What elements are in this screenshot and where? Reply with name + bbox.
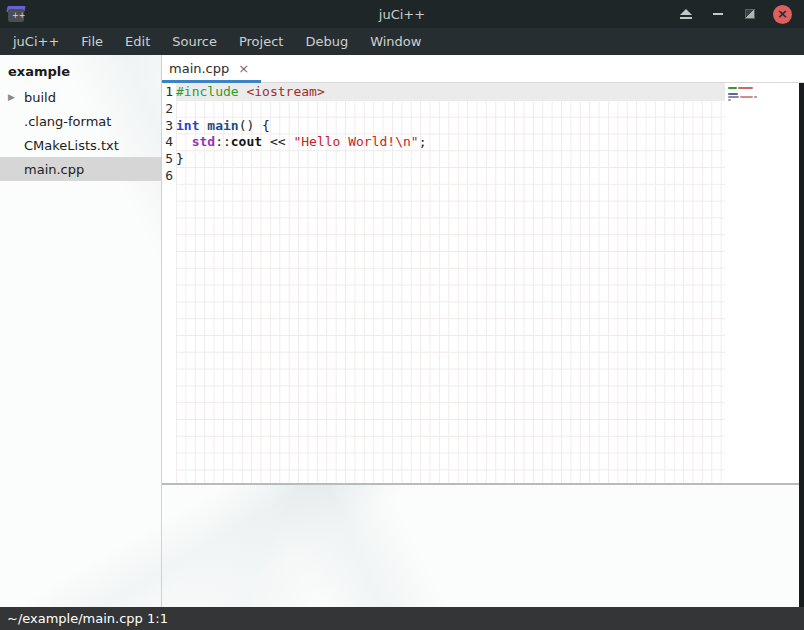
shade-button[interactable]: [677, 5, 695, 23]
code-line: [176, 168, 725, 185]
minimap-row: [728, 93, 804, 95]
minimap-segment: [728, 87, 737, 89]
minimap-segment: [728, 93, 738, 95]
minimap-segment: [740, 96, 753, 98]
menu-item-debug[interactable]: Debug: [294, 29, 359, 54]
tree-item--clang-format[interactable]: .clang-format: [0, 109, 161, 133]
tree-item-cmakelists-txt[interactable]: CMakeLists.txt: [0, 133, 161, 157]
minimap-row: [728, 90, 804, 92]
minimap-row: [728, 87, 804, 89]
editor-pane: main.cpp× 123456 #include <iostream> int…: [162, 55, 804, 607]
menu-item-file[interactable]: File: [70, 29, 114, 54]
tabbar: main.cpp×: [162, 55, 804, 83]
status-file-position: ~/example/main.cpp 1:1: [7, 611, 168, 626]
token-var: cout: [231, 134, 262, 149]
menu-item-window[interactable]: Window: [359, 29, 432, 54]
token-func: main: [207, 118, 238, 133]
expander-icon[interactable]: ▶: [8, 92, 24, 102]
tab-label: main.cpp: [169, 61, 229, 76]
token-header: <iostream>: [246, 84, 324, 99]
line-number-gutter: 123456: [162, 83, 176, 483]
token-plain: [176, 134, 192, 149]
line-number: 3: [162, 118, 173, 135]
tree-items: ▶build.clang-formatCMakeLists.txtmain.cp…: [0, 85, 161, 181]
code-line: std::cout << "Hello World!\n";: [176, 134, 725, 151]
minimize-button[interactable]: [709, 5, 727, 23]
close-icon: ×: [777, 7, 788, 20]
minimap-row: [728, 99, 804, 101]
token-plain: }: [176, 151, 184, 166]
menu-item-project[interactable]: Project: [228, 29, 294, 54]
minimap-segment: [738, 87, 753, 89]
maximize-icon: [745, 9, 755, 19]
token-keyword: int: [176, 118, 199, 133]
code-line: [176, 101, 725, 118]
tree-item-label: .clang-format: [24, 114, 111, 129]
output-panel[interactable]: [162, 485, 804, 607]
token-plain: () {: [239, 118, 270, 133]
menu-item-edit[interactable]: Edit: [114, 29, 161, 54]
token-string: "Hello World!\n": [293, 134, 418, 149]
tree-item-label: CMakeLists.txt: [24, 138, 119, 153]
code-line: }: [176, 151, 725, 168]
minimap[interactable]: [725, 83, 804, 483]
line-number: 4: [162, 134, 173, 151]
tab-close-icon[interactable]: ×: [238, 61, 249, 76]
code-area[interactable]: #include <iostream> int main() { std::co…: [176, 83, 725, 483]
line-number: 6: [162, 168, 173, 185]
code-line: int main() {: [176, 118, 725, 135]
maximize-button[interactable]: [741, 5, 759, 23]
minimap-segment: [728, 99, 731, 101]
tree-item-build[interactable]: ▶build: [0, 85, 161, 109]
token-plain: <<: [262, 134, 293, 149]
tree-item-label: build: [24, 90, 56, 105]
window-controls: ×: [677, 5, 804, 24]
line-number: 5: [162, 151, 173, 168]
minimap-segment: [728, 96, 739, 98]
eject-icon: [680, 9, 692, 15]
vertical-scrollbar[interactable]: [799, 83, 804, 607]
close-button[interactable]: ×: [773, 5, 792, 24]
minimap-row: [728, 96, 804, 98]
tab-main-cpp[interactable]: main.cpp×: [162, 55, 261, 82]
source-editor[interactable]: 123456 #include <iostream> int main() { …: [162, 83, 804, 483]
token-preproc: #include: [176, 84, 239, 99]
menu-item-source[interactable]: Source: [161, 29, 228, 54]
titlebar: ++ juCi++ ×: [0, 0, 804, 28]
token-plain: ;: [419, 134, 427, 149]
menubar: juCi++FileEditSourceProjectDebugWindow: [0, 28, 804, 55]
tree-root-folder[interactable]: example: [0, 59, 161, 85]
tree-item-label: main.cpp: [24, 162, 84, 177]
minimap-row: [728, 102, 804, 104]
statusbar: ~/example/main.cpp 1:1: [0, 607, 804, 630]
minimap-segment: [754, 96, 757, 98]
line-number: 1: [162, 84, 173, 101]
tree-item-main-cpp[interactable]: main.cpp: [0, 157, 161, 181]
app-window: ++ juCi++ × juCi++FileEditSourceProjectD…: [0, 0, 804, 630]
file-tree-sidebar: example ▶build.clang-formatCMakeLists.tx…: [0, 55, 162, 607]
content-area: example ▶build.clang-formatCMakeLists.tx…: [0, 55, 804, 607]
code-line: #include <iostream>: [176, 84, 725, 101]
minimize-icon: [713, 13, 723, 15]
token-plain: ::: [215, 134, 231, 149]
line-number: 2: [162, 101, 173, 118]
token-ns: std: [192, 134, 215, 149]
menu-item-juci[interactable]: juCi++: [2, 29, 70, 54]
